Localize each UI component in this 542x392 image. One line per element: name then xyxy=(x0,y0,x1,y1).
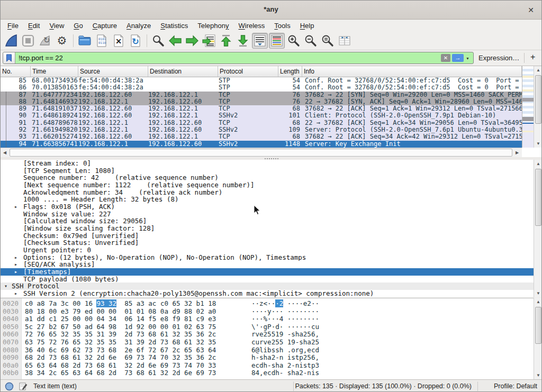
detail-line[interactable]: [Checksum Status: Unverified] xyxy=(1,239,534,247)
go-last-button[interactable] xyxy=(235,33,251,49)
detail-line[interactable]: [TCP Segment Len: 1080] xyxy=(1,167,534,175)
hex-row[interactable]: 00b038 34 2c 65 63 64 68 2d 73 68 61 32 … xyxy=(1,369,534,377)
detail-line[interactable]: [Calculated window size: 29056] xyxy=(1,217,534,225)
filter-apply-button[interactable]: → xyxy=(452,54,464,62)
detail-line[interactable]: Checksum: 0x79ed [unverified] xyxy=(1,232,534,240)
hex-row[interactable]: 007063 75 72 76 65 32 35 35 31 39 2d 73 … xyxy=(1,339,534,347)
detail-line[interactable]: [Stream index: 0] xyxy=(1,160,534,167)
column-source[interactable]: Source xyxy=(78,66,148,77)
packet-row[interactable]: 8771.647777234192.168.122.60192.168.122.… xyxy=(1,92,522,98)
packet-row[interactable]: 8670.013850163fe:54:00:d4:38:2aSTP54Conf… xyxy=(1,84,522,91)
hex-row[interactable]: 00505c 27 b2 67 50 ad 64 98 1d 92 00 00 … xyxy=(1,323,534,331)
detail-line[interactable]: [Window size scaling factor: 128] xyxy=(1,225,534,232)
scroll-thumb[interactable] xyxy=(535,307,541,344)
packet-list-vscrollbar[interactable]: ▲ ▼ xyxy=(534,66,542,148)
filter-bookmark-button[interactable] xyxy=(3,52,15,63)
status-profile[interactable]: Profile: Default xyxy=(494,382,537,390)
packet-row[interactable]: 9371.662015274192.168.122.60192.168.122.… xyxy=(1,133,522,140)
packet-row-selected[interactable]: 9471.663856741192.168.122.1192.168.122.6… xyxy=(1,141,522,148)
detail-line[interactable]: [Next sequence number: 1122 (relative se… xyxy=(1,181,534,189)
expander-icon[interactable]: ▸ xyxy=(14,203,22,211)
packet-row[interactable]: 8871.648146932192.168.122.1192.168.122.6… xyxy=(1,98,522,105)
menu-tools[interactable]: Tools xyxy=(269,21,295,31)
go-forward-button[interactable] xyxy=(184,33,200,49)
column-length[interactable]: Length xyxy=(278,66,302,77)
menu-analyze[interactable]: Analyze xyxy=(122,21,156,31)
scroll-up-arrow[interactable]: ▲ xyxy=(534,298,542,306)
packet-row[interactable]: 9071.648618924192.168.122.60192.168.122.… xyxy=(1,112,522,119)
scroll-down-arrow[interactable]: ▼ xyxy=(534,140,542,148)
start-capture-button[interactable] xyxy=(3,33,19,49)
packet-list-hscrollbar[interactable]: ◀ ▶ xyxy=(1,148,522,157)
scroll-down-arrow[interactable]: ▼ xyxy=(534,371,542,379)
detail-line[interactable]: ▸SSH Version 2 (encryption:chacha20-poly… xyxy=(1,290,534,297)
packet-row[interactable]: 8971.648191037192.168.122.60192.168.122.… xyxy=(1,105,522,112)
menu-help[interactable]: Help xyxy=(295,21,319,31)
restart-capture-button[interactable]: ↻ xyxy=(37,33,53,49)
detail-line-selected[interactable]: ▸[Timestamps] xyxy=(1,268,534,276)
hex-row[interactable]: 003080 18 00 e3 79 ed 00 00 01 01 08 0a … xyxy=(1,308,534,316)
menu-file[interactable]: File xyxy=(3,21,23,31)
menu-statistics[interactable]: Statistics xyxy=(156,21,193,31)
detail-line[interactable]: ▸Flags: 0x018 (PSH, ACK) xyxy=(1,203,534,211)
filter-clear-button[interactable]: ✕ xyxy=(441,54,450,62)
capture-options-button[interactable]: ⚙ xyxy=(54,33,70,49)
capture-comment-button[interactable] xyxy=(19,382,28,392)
detail-line[interactable]: Acknowledgment number: 34 (relative ack … xyxy=(1,189,534,196)
display-filter-input[interactable]: !tcp.port == 22 ✕ → ▼ xyxy=(3,52,474,64)
column-no[interactable]: No. xyxy=(1,66,31,77)
close-file-button[interactable]: ✕ xyxy=(111,33,127,49)
filter-dropdown-caret[interactable]: ▼ xyxy=(464,56,473,60)
scroll-thumb[interactable] xyxy=(535,169,541,226)
detail-line-protocol[interactable]: ▾SSH Protocol xyxy=(1,282,534,290)
filter-text[interactable]: !tcp.port == 22 xyxy=(15,54,441,62)
resize-columns-button[interactable] xyxy=(337,33,353,49)
menu-telephony[interactable]: Telephony xyxy=(193,21,233,31)
hex-row[interactable]: 006072 76 65 32 35 35 31 39 2d 73 68 61 … xyxy=(1,331,534,339)
packet-row[interactable]: 8568.001734936fe:54:00:d4:38:2aSTP54Conf… xyxy=(1,77,522,84)
expert-info-button[interactable] xyxy=(5,382,14,392)
column-time[interactable]: Time xyxy=(31,66,78,77)
scroll-thumb[interactable] xyxy=(535,75,541,124)
expander-icon[interactable]: ▸ xyxy=(14,268,22,276)
find-packet-button[interactable] xyxy=(150,33,166,49)
open-file-button[interactable] xyxy=(77,33,93,49)
detail-line[interactable]: ▸Options: (12 bytes), No-Operation (NOP)… xyxy=(1,254,534,261)
scroll-up-arrow[interactable]: ▲ xyxy=(534,66,542,74)
window-close-button[interactable]: ✕ xyxy=(526,5,536,15)
menu-wireless[interactable]: Wireless xyxy=(234,21,270,31)
column-info[interactable]: Info xyxy=(302,66,522,77)
add-filter-button[interactable]: + xyxy=(530,52,535,62)
expander-icon[interactable]: ▸ xyxy=(14,254,22,261)
detail-line[interactable]: TCP payload (1080 bytes) xyxy=(1,276,534,283)
detail-line[interactable]: Window size value: 227 xyxy=(1,211,534,218)
detail-line[interactable]: Sequence number: 42 (relative sequence n… xyxy=(1,174,534,181)
expander-icon[interactable]: ▸ xyxy=(14,290,22,297)
scroll-down-arrow[interactable]: ▼ xyxy=(534,289,542,297)
hex-row[interactable]: 00a065 63 64 68 2d 73 68 61 32 2d 6e 69 … xyxy=(1,362,534,370)
stop-capture-button[interactable] xyxy=(20,33,36,49)
go-to-packet-button[interactable] xyxy=(201,33,217,49)
detail-line[interactable]: 1000 .... = Header Length: 32 bytes (8) xyxy=(1,196,534,203)
hex-row[interactable]: 0040a1 dd c1 25 00 00 04 34 06 14 f5 e8 … xyxy=(1,315,534,323)
expander-icon[interactable]: ▾ xyxy=(4,282,12,290)
column-destination[interactable]: Destination xyxy=(148,66,218,77)
menu-edit[interactable]: Edit xyxy=(23,21,44,31)
menu-go[interactable]: Go xyxy=(69,21,87,31)
column-protocol[interactable]: Protocol xyxy=(218,66,278,77)
menu-capture[interactable]: Capture xyxy=(88,21,122,31)
expression-button[interactable]: Expression… xyxy=(478,54,519,62)
zoom-in-button[interactable] xyxy=(286,33,302,49)
reload-file-button[interactable]: ↻ xyxy=(128,33,143,49)
expander-icon[interactable]: ▸ xyxy=(14,261,22,268)
scroll-left-arrow[interactable]: ◀ xyxy=(1,148,9,157)
go-back-button[interactable] xyxy=(167,33,183,49)
hex-row[interactable]: 008036 40 6c 69 62 73 73 68 2e 6f 72 67 … xyxy=(1,347,534,354)
auto-scroll-button[interactable] xyxy=(252,33,268,49)
go-first-button[interactable] xyxy=(218,33,234,49)
detail-vscrollbar[interactable]: ▲ ▼ xyxy=(534,160,542,297)
scroll-right-arrow[interactable]: ▶ xyxy=(513,148,521,157)
detail-line[interactable]: ▸[SEQ/ACK analysis] xyxy=(1,261,534,268)
colorize-button[interactable] xyxy=(269,33,285,49)
zoom-out-button[interactable] xyxy=(303,33,319,49)
